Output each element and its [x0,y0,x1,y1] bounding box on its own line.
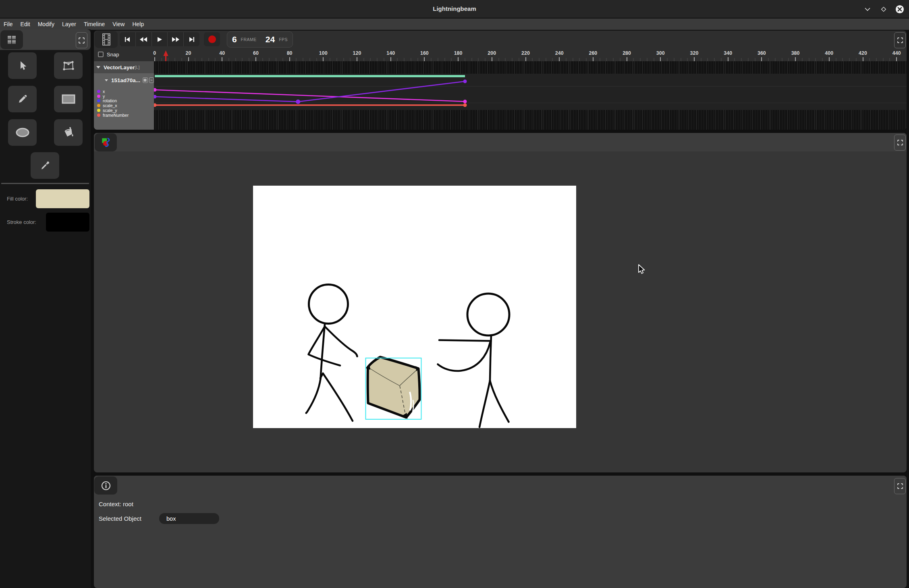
ruler-label-220: 220 [521,50,530,56]
snap-label: Snap [107,52,119,58]
property-frameNumber[interactable]: frameNumber [97,113,129,118]
tool-transform-button[interactable] [54,52,83,79]
menu-view[interactable]: View [112,21,125,27]
tool-ellipse-button[interactable] [8,119,37,146]
menu-timeline[interactable]: Timeline [84,21,105,27]
tool-rectangle-button[interactable] [54,86,83,112]
fps-value[interactable]: 24 [266,35,275,44]
object-row[interactable]: 151ad70a... ~ [94,76,154,85]
keyframe-dot-y[interactable] [463,100,467,104]
stroke-color-swatch[interactable] [46,213,89,232]
ruler-label-300: 300 [656,50,665,56]
ruler-tick [775,58,776,61]
ruler-tick [154,57,155,61]
timeline-tracks[interactable]: VectorLayer [L] 151ad70a... ~ xyrotation… [94,61,907,130]
curve-frames-bar[interactable] [155,75,465,77]
snap-checkbox[interactable] [98,52,104,57]
tool-panel-expand-button[interactable] [76,32,87,48]
ruler-tick [829,57,830,61]
property-scale_y[interactable]: scale_y [97,108,117,113]
ruler-tick [276,58,276,61]
ruler-label-340: 340 [724,50,732,56]
fill-color-swatch[interactable] [36,189,89,208]
ruler-tick [390,57,391,61]
pencil-icon [17,93,28,105]
record-icon [208,35,216,43]
stage-panel-button[interactable] [95,133,117,151]
property-rotation[interactable]: rotation [97,98,117,103]
record-button[interactable] [204,32,220,46]
info-icon [101,481,111,491]
close-circle-icon [895,4,904,14]
ruler-tick [201,58,202,61]
ruler-label-200: 200 [488,50,496,56]
skip-end-button[interactable] [183,32,199,46]
ruler-label-100: 100 [319,50,328,56]
keyframe-dot-y[interactable] [154,88,157,92]
box-object[interactable] [365,357,420,419]
stage-expand-button[interactable] [894,135,906,151]
tool-pencil-button[interactable] [8,86,37,112]
keyframe-dot-x[interactable] [154,95,157,99]
stage-canvas[interactable] [253,186,576,428]
ruler-tick [687,58,688,61]
timeline-expand-button[interactable] [894,32,906,48]
keyframe-dot-frameNumber[interactable] [154,104,157,107]
ruler-tick [647,58,648,61]
panel-grid-button[interactable] [0,30,23,49]
skip-start-button[interactable] [120,32,135,46]
property-dot [97,90,100,93]
ruler-label-400: 400 [825,50,833,56]
menu-modify[interactable]: Modify [38,21,54,27]
object-visibility-button[interactable] [143,77,147,83]
ruler-tick [573,58,573,61]
close-button[interactable] [895,5,904,14]
fast-forward-button[interactable] [167,32,183,46]
timeline-panel-button[interactable] [95,31,118,48]
maximize-button[interactable] [879,5,888,14]
film-strip-icon [102,33,110,46]
ruler-label-40: 40 [219,50,225,56]
info-expand-button[interactable] [894,478,906,494]
ruler-tick [188,57,189,61]
object-tween-button[interactable]: ~ [149,77,154,83]
collapse-triangle-icon[interactable] [105,79,108,81]
keyframe-dot-x[interactable] [296,99,300,104]
collapse-triangle-icon[interactable] [96,66,100,68]
ruler-tick [397,58,398,61]
property-label: scale_y [103,108,117,113]
stick-figure-1[interactable] [306,285,357,421]
minimize-button[interactable] [863,5,872,14]
ruler-tick [613,58,614,61]
tool-panel: Fill color: Stroke color: [0,29,91,588]
menu-layer[interactable]: Layer [62,21,76,27]
box-outline [368,357,420,418]
property-y[interactable]: y [97,94,105,99]
selected-object-input[interactable]: box [159,513,219,524]
tool-select-button[interactable] [8,52,37,79]
menu-edit[interactable]: Edit [21,21,30,27]
keyframe-curves[interactable] [154,61,907,130]
stick-figure-2[interactable] [438,294,510,427]
keyframe-dot-x[interactable] [463,80,467,83]
figure-limb [325,327,357,356]
menu-help[interactable]: Help [132,21,144,27]
property-label: rotation [103,98,117,103]
property-x[interactable]: x [97,89,105,94]
property-dot [97,99,100,102]
layer-row-vectorlayer[interactable]: VectorLayer [L] [94,61,154,73]
ruler-tick [849,58,850,61]
mouse-cursor [637,264,646,274]
transport-controls [120,32,199,46]
rewind-button[interactable] [135,32,152,46]
tool-paint-bucket-button[interactable] [54,119,83,146]
property-scale_x[interactable]: scale_x [97,103,117,108]
info-panel-button[interactable] [94,476,117,495]
tool-eyedropper-button[interactable] [31,152,59,179]
frame-value[interactable]: 6 [232,35,237,44]
play-button[interactable] [152,32,168,46]
keyframe-dot-frameNumber[interactable] [463,104,467,107]
ruler-tick [465,58,465,61]
ruler-tick [579,58,580,61]
menu-file[interactable]: File [4,21,13,27]
